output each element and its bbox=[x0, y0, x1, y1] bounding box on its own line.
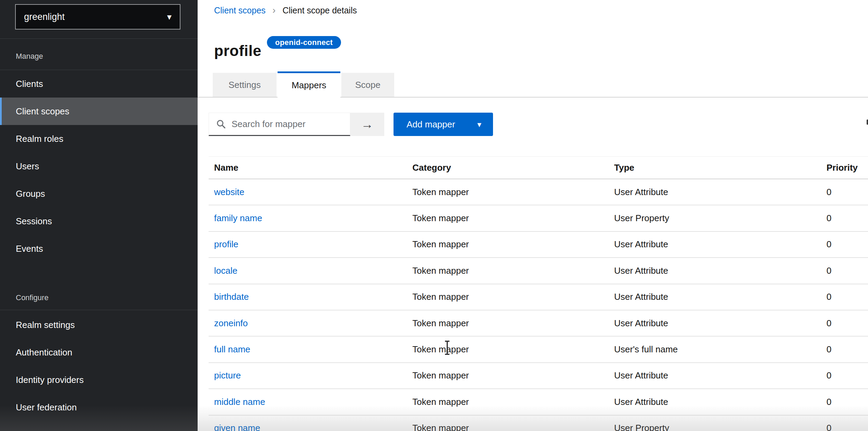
sidebar-divider bbox=[0, 310, 198, 310]
mapper-link[interactable]: website bbox=[214, 179, 406, 205]
table-row: zoneinfo Token mapper User Attribute 0 bbox=[209, 310, 868, 337]
keycloak-admin-screen: greenlight ▾ Manage Clients Client scope… bbox=[0, 0, 868, 431]
mappers-table: Name Category Type Priority website Toke… bbox=[209, 156, 868, 431]
table-header-row: Name Category Type Priority bbox=[209, 157, 868, 179]
search-input[interactable] bbox=[231, 118, 344, 130]
sidebar-item-client-scopes[interactable]: Client scopes bbox=[0, 98, 198, 125]
cell-type: User Attribute bbox=[614, 179, 806, 205]
cell-category: Token mapper bbox=[412, 258, 605, 283]
cell-priority: 0 bbox=[826, 205, 864, 231]
column-header-name: Name bbox=[214, 157, 406, 179]
cell-priority: 0 bbox=[826, 337, 864, 362]
nav-manage: Clients Client scopes Realm roles Users … bbox=[0, 70, 198, 262]
mapper-link[interactable]: family name bbox=[214, 205, 406, 231]
cell-priority: 0 bbox=[826, 284, 864, 310]
mapper-link[interactable]: profile bbox=[214, 232, 406, 257]
cell-category: Token mapper bbox=[412, 363, 605, 388]
cell-priority: 0 bbox=[826, 416, 864, 431]
cell-priority: 0 bbox=[826, 232, 864, 257]
sidebar-item-groups[interactable]: Groups bbox=[0, 180, 198, 207]
table-row: full name Token mapper User's full name … bbox=[209, 337, 868, 363]
text-cursor bbox=[444, 341, 450, 355]
sidebar-item-authentication[interactable]: Authentication bbox=[0, 339, 198, 366]
cell-type: User's full name bbox=[614, 337, 806, 362]
page-title: profile bbox=[214, 42, 261, 59]
cell-category: Token mapper bbox=[412, 337, 605, 362]
sidebar-item-users[interactable]: Users bbox=[0, 152, 198, 180]
search-submit-button[interactable]: → bbox=[350, 113, 384, 136]
cell-priority: 0 bbox=[826, 389, 864, 415]
table-row: picture Token mapper User Attribute 0 bbox=[209, 363, 868, 389]
caret-down-icon: ▾ bbox=[167, 12, 172, 21]
cell-priority: 0 bbox=[826, 179, 864, 205]
cell-type: User Attribute bbox=[614, 363, 806, 388]
sidebar-item-identity-providers[interactable]: Identity providers bbox=[0, 366, 198, 394]
mapper-link[interactable]: zoneinfo bbox=[214, 310, 406, 336]
cell-type: User Attribute bbox=[614, 232, 806, 257]
sidebar-item-realm-settings[interactable]: Realm settings bbox=[0, 311, 198, 339]
arrow-right-icon: → bbox=[361, 118, 374, 131]
cell-category: Token mapper bbox=[412, 205, 605, 231]
mapper-link[interactable]: birthdate bbox=[214, 284, 406, 310]
sidebar-item-sessions[interactable]: Sessions bbox=[0, 207, 198, 235]
table-row: given name Token mapper User Property 0 bbox=[209, 416, 868, 431]
cell-type: User Attribute bbox=[614, 284, 806, 310]
tab-settings[interactable]: Settings bbox=[213, 73, 277, 97]
mapper-link[interactable]: full name bbox=[214, 337, 406, 362]
cell-type: User Attribute bbox=[614, 258, 806, 283]
nav-section-title-configure: Configure bbox=[0, 286, 198, 310]
cell-category: Token mapper bbox=[412, 310, 605, 336]
caret-down-icon: ▼ bbox=[476, 121, 483, 128]
realm-selector-dropdown[interactable]: greenlight ▾ bbox=[15, 4, 180, 30]
cell-category: Token mapper bbox=[412, 232, 605, 257]
mapper-link[interactable]: locale bbox=[214, 258, 406, 283]
mapper-link[interactable]: picture bbox=[214, 363, 406, 388]
sidebar: greenlight ▾ Manage Clients Client scope… bbox=[0, 0, 198, 431]
column-header-priority: Priority bbox=[826, 157, 864, 179]
cell-type: User Attribute bbox=[614, 389, 806, 415]
mapper-link[interactable]: given name bbox=[214, 416, 406, 431]
column-header-type: Type bbox=[614, 157, 806, 179]
search-box bbox=[209, 113, 350, 136]
cell-priority: 0 bbox=[826, 310, 864, 336]
table-row: website Token mapper User Attribute 0 bbox=[209, 179, 868, 205]
cell-type: User Property bbox=[614, 416, 806, 431]
cell-category: Token mapper bbox=[412, 179, 605, 205]
nav-section-title-manage: Manage bbox=[0, 39, 198, 70]
tab-mappers[interactable]: Mappers bbox=[278, 71, 340, 98]
cell-priority: 0 bbox=[826, 363, 864, 388]
sidebar-item-user-federation[interactable]: User federation bbox=[0, 394, 198, 421]
protocol-badge: openid-connect bbox=[267, 36, 341, 49]
search-icon bbox=[216, 119, 226, 129]
breadcrumb-client-scopes-link[interactable]: Client scopes bbox=[214, 5, 266, 15]
cell-priority: 0 bbox=[826, 258, 864, 283]
chevron-right-icon: › bbox=[272, 5, 275, 16]
table-row: locale Token mapper User Attribute 0 bbox=[209, 258, 868, 284]
table-row: family name Token mapper User Property 0 bbox=[209, 205, 868, 231]
search-group: → bbox=[209, 113, 384, 136]
cell-category: Token mapper bbox=[412, 416, 605, 431]
breadcrumb: Client scopes › Client scope details bbox=[214, 4, 357, 16]
table-row: profile Token mapper User Attribute 0 bbox=[209, 232, 868, 258]
clipped-kebab-icon bbox=[867, 120, 868, 125]
sidebar-item-clients[interactable]: Clients bbox=[0, 70, 198, 98]
realm-name: greenlight bbox=[24, 12, 65, 22]
mapper-link[interactable]: middle name bbox=[214, 389, 406, 415]
add-mapper-button[interactable]: Add mapper ▼ bbox=[394, 113, 493, 136]
tab-scope[interactable]: Scope bbox=[341, 73, 394, 97]
cell-category: Token mapper bbox=[412, 389, 605, 415]
cell-type: User Property bbox=[614, 205, 806, 231]
nav-configure: Realm settings Authentication Identity p… bbox=[0, 311, 198, 421]
breadcrumb-current: Client scope details bbox=[282, 5, 357, 15]
cell-type: User Attribute bbox=[614, 310, 806, 336]
sidebar-item-realm-roles[interactable]: Realm roles bbox=[0, 125, 198, 152]
sidebar-item-events[interactable]: Events bbox=[0, 235, 198, 262]
table-row: birthdate Token mapper User Attribute 0 bbox=[209, 284, 868, 310]
column-header-category: Category bbox=[412, 157, 605, 179]
cell-category: Token mapper bbox=[412, 284, 605, 310]
table-row: middle name Token mapper User Attribute … bbox=[209, 389, 868, 415]
